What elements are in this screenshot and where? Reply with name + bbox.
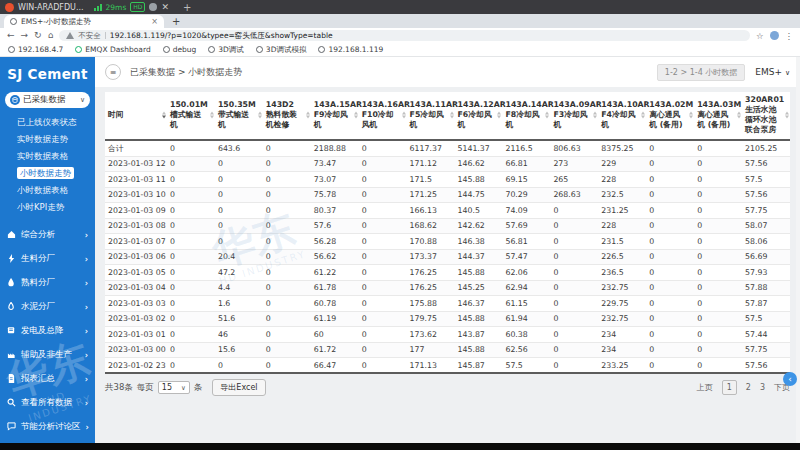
globe-icon bbox=[75, 46, 82, 53]
table-cell: 233.25 bbox=[598, 358, 646, 374]
table-cell: 0 bbox=[263, 203, 311, 219]
bookmark-item[interactable]: debug bbox=[163, 45, 197, 54]
app-logo-icon bbox=[5, 3, 14, 12]
sort-icon[interactable] bbox=[162, 112, 166, 119]
bookmark-label: 192.168.1.119 bbox=[328, 45, 383, 54]
sidebar-subitem-小时数据走势[interactable]: 小时数据走势 bbox=[17, 165, 95, 182]
sidebar-subitem-实时数据表格[interactable]: 实时数据表格 bbox=[17, 148, 95, 165]
table-row: 2023-01-03 02051.6061.190179.75145.8861.… bbox=[105, 311, 790, 327]
bookmark-item[interactable]: 3D调试 bbox=[208, 45, 244, 55]
table-cell: 0 bbox=[646, 172, 694, 188]
sort-icon[interactable] bbox=[737, 112, 741, 119]
sidebar-group-collected-data[interactable]: 已采集数据 ∨ bbox=[5, 92, 90, 108]
browser-menu-icon[interactable]: ⋮ bbox=[785, 31, 794, 41]
column-header-sort[interactable]: 143A.16AR F10冷却风机 bbox=[359, 92, 407, 140]
sidebar-item-生料分厂[interactable]: 生料分厂› bbox=[0, 247, 95, 271]
column-header-sort[interactable]: 143A.09AR F3冷却风机 bbox=[550, 92, 598, 140]
sidebar-item-水泥分厂[interactable]: 水泥分厂› bbox=[0, 295, 95, 319]
range-selector-chip[interactable]: 1-2 > 1-4 小时数据 bbox=[657, 64, 745, 81]
scrollbar[interactable] bbox=[796, 57, 800, 443]
column-header-sort[interactable]: 143A.03M 离心通风机 (备用) bbox=[694, 92, 742, 140]
new-tab-button[interactable]: + bbox=[172, 16, 180, 28]
sidebar-item-辅助及非生产[interactable]: 辅助及非生产› bbox=[0, 343, 95, 367]
sidebar-subitem-小时KPI走势[interactable]: 小时KPI走势 bbox=[17, 199, 95, 216]
table-cell: 57.69 bbox=[502, 218, 550, 234]
sort-icon[interactable] bbox=[450, 112, 454, 119]
table-cell: 0 bbox=[550, 342, 598, 358]
column-header-sort[interactable]: 143A.11AR F5冷却风机 bbox=[407, 92, 455, 140]
browser-tab[interactable]: EMS+-小时数据走势 × bbox=[4, 15, 164, 28]
bookmark-item[interactable]: EMQX Dashboard bbox=[75, 45, 150, 54]
column-header-label: 143A.16AR F10冷却风机 bbox=[362, 100, 399, 130]
home-icon[interactable]: ⌂ bbox=[48, 31, 54, 40]
sort-icon[interactable] bbox=[545, 112, 549, 119]
per-page-select[interactable]: 15∨ bbox=[158, 381, 190, 394]
sidebar-item-查看所有数据[interactable]: 查看所有数据› bbox=[0, 391, 95, 415]
page-button-2[interactable]: 2 bbox=[746, 383, 751, 392]
table-cell: 56.62 bbox=[311, 249, 359, 265]
prev-page-button[interactable]: 上页 bbox=[697, 382, 713, 393]
close-session-icon[interactable]: ✕ bbox=[161, 3, 169, 12]
bookmark-star-icon[interactable]: ☆ bbox=[756, 31, 764, 41]
tab-close-icon[interactable]: × bbox=[151, 17, 158, 26]
table-cell: 2188.88 bbox=[311, 140, 359, 157]
column-header-sort[interactable]: 150.35M 带式输送机 bbox=[215, 92, 263, 140]
user-menu[interactable]: EMS+ ∨ bbox=[755, 67, 790, 77]
sort-icon[interactable] bbox=[785, 112, 789, 119]
data-table-card: 时间150.01M 槽式输送机150.35M 带式输送机143D2 熟料散装机检… bbox=[105, 92, 790, 374]
sidebar-subitem-小时数据表格[interactable]: 小时数据表格 bbox=[17, 182, 95, 199]
sort-icon[interactable] bbox=[497, 112, 501, 119]
sidebar-toggle-icon[interactable]: ≡ bbox=[105, 64, 121, 80]
sort-icon[interactable] bbox=[354, 112, 358, 119]
bookmark-item[interactable]: 192.168.1.119 bbox=[318, 45, 383, 54]
column-header-sort[interactable]: 143A.12AR F6冷却风机 bbox=[455, 92, 503, 140]
export-excel-button[interactable]: 导出Excel bbox=[212, 379, 265, 396]
column-header-sort[interactable]: 143A.15AR F9冷却风机 bbox=[311, 92, 359, 140]
globe-icon bbox=[163, 46, 170, 53]
column-header-sort[interactable]: 143A.14AR F8冷却风机 bbox=[502, 92, 550, 140]
sort-icon[interactable] bbox=[689, 112, 693, 119]
table-cell: 0 bbox=[263, 249, 311, 265]
table-cell: 5141.37 bbox=[455, 140, 503, 157]
sort-icon[interactable] bbox=[641, 112, 645, 119]
table-cell: 643.6 bbox=[215, 140, 263, 157]
sidebar-item-发电及总降[interactable]: 发电及总降› bbox=[0, 319, 95, 343]
table-cell: 0 bbox=[359, 327, 407, 343]
bookmark-item[interactable]: 192.168.4.7 bbox=[8, 45, 63, 54]
page-button-3[interactable]: 3 bbox=[760, 383, 765, 392]
column-header-sort[interactable]: 143D2 熟料散装机检修 bbox=[263, 92, 311, 140]
back-icon[interactable]: ← bbox=[7, 31, 15, 40]
sidebar-item-节能分析讨论区[interactable]: 节能分析讨论区› bbox=[0, 415, 95, 439]
table-cell: 0 bbox=[215, 203, 263, 219]
bookmark-item[interactable]: 3D调试模拟 bbox=[256, 45, 307, 55]
sidebar-subitem-实时数据走势[interactable]: 实时数据走势 bbox=[17, 131, 95, 148]
table-cell: 0 bbox=[646, 342, 694, 358]
collapse-panel-button[interactable]: ‹ bbox=[783, 372, 797, 386]
column-header-sort[interactable]: 143A.02M 离心通风机 (备用) bbox=[646, 92, 694, 140]
address-bar[interactable]: 不安全 192.168.1.119/?p=1020&typee=窑头低压&sho… bbox=[59, 30, 750, 41]
profile-avatar[interactable] bbox=[770, 31, 779, 40]
table-cell: 74.09 bbox=[502, 203, 550, 219]
new-session-button[interactable]: + bbox=[183, 2, 191, 13]
column-header-sort[interactable]: 320AR01 生活水池循环水池联合泵房 bbox=[742, 92, 790, 140]
forward-icon[interactable]: → bbox=[21, 31, 29, 40]
sort-icon[interactable] bbox=[306, 112, 310, 119]
sort-icon[interactable] bbox=[593, 112, 597, 119]
table-row: 2023-01-03 06020.4056.620173.37144.3757.… bbox=[105, 249, 790, 265]
sort-icon[interactable] bbox=[258, 112, 262, 119]
column-header-sort[interactable]: 143A.10AR F4冷却风机 bbox=[598, 92, 646, 140]
sort-icon[interactable] bbox=[210, 112, 214, 119]
table-cell: 2023-01-02 23 bbox=[105, 358, 167, 374]
sidebar-item-综合分析[interactable]: 综合分析› bbox=[0, 223, 95, 247]
page-button-1[interactable]: 1 bbox=[722, 380, 737, 395]
sidebar-item-报表汇总[interactable]: 报表汇总› bbox=[0, 367, 95, 391]
sidebar-item-熟料分厂[interactable]: 熟料分厂› bbox=[0, 271, 95, 295]
reload-icon[interactable]: ↻ bbox=[34, 31, 42, 40]
table-cell: 0 bbox=[550, 327, 598, 343]
sort-icon[interactable] bbox=[402, 112, 406, 119]
column-header-sort[interactable]: 时间 bbox=[105, 92, 167, 140]
column-header-sort[interactable]: 150.01M 槽式输送机 bbox=[167, 92, 215, 140]
sidebar-subitem-已上线仪表状态[interactable]: 已上线仪表状态 bbox=[17, 114, 95, 131]
table-cell: 0 bbox=[646, 203, 694, 219]
table-cell: 2023-01-03 05 bbox=[105, 265, 167, 281]
